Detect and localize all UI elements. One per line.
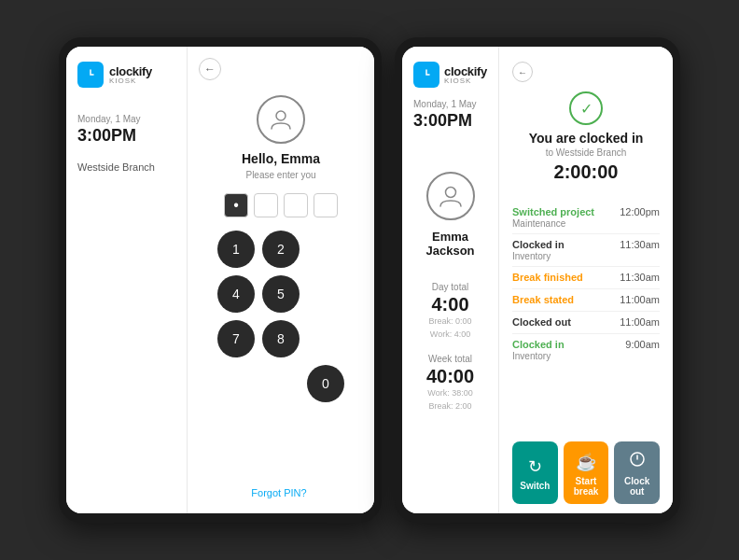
break-label: Start break <box>567 476 606 497</box>
check-circle-icon: ✓ <box>569 91 603 125</box>
clockout-icon <box>629 451 646 472</box>
enter-pin-text: Please enter you <box>245 170 315 180</box>
hello-text: Hello, Emma <box>242 151 320 166</box>
user-name: Emma Jackson <box>413 230 487 258</box>
activity-name: Clocked in <box>512 339 565 350</box>
activity-time: 11:00am <box>620 316 660 328</box>
user-info-panel: clockify KIOSK Monday, 1 May 3:00PM Emma… <box>402 47 499 513</box>
devices-container: clockify KIOSK Monday, 1 May 3:00PM West… <box>59 37 680 523</box>
left-logo: clockify KIOSK <box>77 62 175 88</box>
status-header: ← <box>512 62 660 82</box>
week-total-value: 40:00 <box>413 366 487 387</box>
right-logo-text: clockify KIOSK <box>444 65 487 85</box>
week-work: Work: 38:00 <box>413 387 487 400</box>
activity-name: Switched project <box>512 206 594 217</box>
activity-time: 11:30am <box>620 239 660 250</box>
left-tablet: clockify KIOSK Monday, 1 May 3:00PM West… <box>59 37 382 523</box>
status-back-button[interactable]: ← <box>512 62 533 82</box>
clocked-in-sub: to Westside Branch <box>512 147 660 158</box>
week-total-label: Week total <box>413 354 487 364</box>
activity-name: Break finished <box>512 272 583 283</box>
activity-item: Clocked inInventory9:00am <box>512 334 660 366</box>
activity-name: Break stated <box>512 294 574 305</box>
pin-dot-3 <box>284 193 308 217</box>
clocked-in-header: ✓ You are clocked in to Westside Branch … <box>512 91 660 192</box>
clockify-icon-left <box>77 62 104 88</box>
switch-button[interactable]: ↻Switch <box>512 441 558 504</box>
left-date: Monday, 1 May <box>77 114 175 124</box>
svg-point-3 <box>445 188 455 198</box>
activity-time: 9:00am <box>625 339 660 350</box>
right-tablet: clockify KIOSK Monday, 1 May 3:00PM Emma… <box>395 37 680 523</box>
left-kiosk-label: KIOSK <box>109 77 152 85</box>
clocked-in-time: 2:00:00 <box>512 161 660 183</box>
day-total-label: Day total <box>413 282 487 292</box>
pin-dot-2 <box>254 193 278 217</box>
num-4[interactable]: 4 <box>217 275 255 313</box>
left-time: 3:00PM <box>77 126 175 146</box>
pin-dot-4 <box>314 193 338 217</box>
num-0[interactable]: 0 <box>307 365 344 402</box>
right-date: Monday, 1 May <box>413 99 487 109</box>
activity-detail: Inventory <box>512 251 565 261</box>
left-app-name: clockify <box>109 65 152 77</box>
clocked-in-title: You are clocked in <box>512 131 660 146</box>
forgot-pin-link[interactable]: Forgot PIN? <box>251 487 310 498</box>
activity-item: Clocked out11:00am <box>512 312 660 334</box>
pin-dots <box>224 193 338 217</box>
week-total-section: Week total 40:00 Work: 38:00 Break: 2:00 <box>413 354 487 413</box>
numpad: 1 2 4 5 7 8 0 <box>217 231 344 402</box>
status-panel: ← ✓ You are clocked in to Westside Branc… <box>499 47 673 513</box>
svg-point-1 <box>276 111 286 120</box>
left-datetime: Monday, 1 May 3:00PM <box>77 114 175 161</box>
activity-left: Break stated <box>512 294 574 306</box>
left-branch: Westside Branch <box>77 161 175 174</box>
activity-time: 12:00pm <box>620 206 660 217</box>
activity-left: Break finished <box>512 272 583 284</box>
num-1[interactable]: 1 <box>217 231 255 268</box>
right-app-name: clockify <box>444 65 487 77</box>
right-tablet-screen: clockify KIOSK Monday, 1 May 3:00PM Emma… <box>402 47 673 513</box>
switch-label: Switch <box>520 481 550 491</box>
activity-item: Clocked inInventory11:30am <box>512 234 660 267</box>
left-main-panel: clockify KIOSK Monday, 1 May 3:00PM West… <box>66 47 188 513</box>
break-icon: ☕ <box>576 452 596 472</box>
activity-time: 11:00am <box>620 294 660 305</box>
activity-item: Break stated11:00am <box>512 289 660 312</box>
pin-back-button[interactable]: ← <box>199 58 221 80</box>
right-kiosk-label: KIOSK <box>444 77 487 85</box>
left-tablet-screen: clockify KIOSK Monday, 1 May 3:00PM West… <box>66 47 374 513</box>
activity-left: Switched projectMaintenance <box>512 206 594 229</box>
left-logo-text: clockify KIOSK <box>109 65 152 85</box>
break-button[interactable]: ☕Start break <box>564 441 609 504</box>
right-logo: clockify KIOSK <box>413 62 487 88</box>
activity-left: Clocked inInventory <box>512 239 565 261</box>
activity-name: Clocked in <box>512 239 565 250</box>
activity-detail: Inventory <box>512 351 565 361</box>
clockout-button[interactable]: Clock out <box>614 441 660 504</box>
day-total-section: Day total 4:00 Break: 0:00 Work: 4:00 <box>413 282 487 341</box>
day-total-value: 4:00 <box>413 294 487 315</box>
activity-item: Switched projectMaintenance12:00pm <box>512 202 660 234</box>
switch-icon: ↻ <box>528 456 542 477</box>
activity-list: Switched projectMaintenance12:00pmClocke… <box>512 202 660 432</box>
day-break: Break: 0:00 <box>413 315 487 329</box>
action-buttons: ↻Switch☕Start breakClock out <box>512 432 660 513</box>
right-time: 3:00PM <box>413 111 487 131</box>
activity-left: Clocked out <box>512 316 571 329</box>
clockify-icon-right <box>413 62 439 88</box>
user-avatar-right <box>426 172 475 220</box>
activity-item: Break finished11:30am <box>512 267 660 289</box>
pin-panel: ← Hello, Emma Please enter you 1 <box>188 47 374 513</box>
week-break: Break: 2:00 <box>413 400 487 413</box>
pin-user-avatar <box>257 95 305 144</box>
pin-dot-1 <box>224 193 248 217</box>
day-work: Work: 4:00 <box>413 329 487 342</box>
clockout-label: Clock out <box>618 476 656 497</box>
num-2[interactable]: 2 <box>262 231 300 268</box>
activity-time: 11:30am <box>620 272 660 283</box>
num-5[interactable]: 5 <box>262 275 300 313</box>
num-8[interactable]: 8 <box>262 320 300 357</box>
num-7[interactable]: 7 <box>217 320 255 357</box>
activity-left: Clocked inInventory <box>512 339 565 361</box>
